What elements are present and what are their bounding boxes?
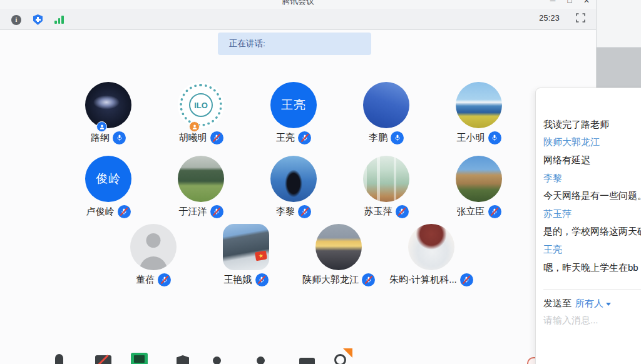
mic-muted-icon — [362, 273, 375, 286]
participant-tile[interactable]: 苏玉萍 — [340, 156, 433, 218]
send-to-label: 发送至 — [543, 298, 572, 310]
participant-tile[interactable]: 董蓓 — [107, 224, 200, 286]
participant-name: 李鹏 — [369, 132, 387, 144]
mute-button[interactable] — [55, 354, 63, 364]
participant-avatar — [363, 82, 409, 128]
chat-input[interactable]: 请输入消息... — [543, 315, 641, 326]
participant-row-3: 董蓓★王艳娥陕师大郭龙江朱昀-计算机科... — [107, 224, 478, 286]
chat-sender-name: 李黎 — [543, 169, 641, 188]
host-person-badge-icon — [189, 121, 200, 132]
participant-tile[interactable]: 王亮王亮 — [247, 82, 340, 144]
mic-muted-icon — [210, 131, 223, 144]
meeting-timer: 25:23 — [539, 14, 560, 23]
participant-tile[interactable]: ★王艳娥 — [200, 224, 292, 286]
mic-muted-icon — [488, 205, 501, 218]
mic-muted-icon — [255, 273, 269, 286]
camera-off-button[interactable] — [95, 355, 111, 364]
chat-message-text: 嗯，昨天晚上学生在bb — [543, 259, 641, 277]
mic-muted-icon — [460, 273, 473, 286]
chat-sender-name: 陕师大郭龙江 — [543, 134, 641, 152]
chat-button[interactable] — [299, 358, 315, 364]
participant-avatar — [456, 82, 502, 128]
participant-avatar — [270, 156, 317, 202]
fullscreen-icon[interactable] — [576, 13, 585, 23]
meeting-screen: 腾讯会议 ─ □ ✕ i 25:23 正在讲话: 路纲ILO胡曦明王亮王亮李鹏王… — [0, 0, 641, 364]
participant-tile[interactable]: 陕师大郭龙江 — [292, 224, 385, 286]
chat-messages[interactable]: 我读完了路老师陕师大郭龙江网络有延迟李黎今天网络是有一些问题。苏玉萍是的，学校网… — [543, 88, 641, 276]
participant-avatar: 王亮 — [270, 82, 317, 128]
participant-tile[interactable]: 王小明 — [433, 82, 525, 144]
participant-avatar — [85, 82, 131, 128]
send-to-value: 所有人 — [575, 298, 603, 310]
background-window — [597, 0, 641, 48]
host-person-badge-icon — [96, 121, 107, 132]
mic-muted-icon — [298, 205, 311, 218]
participant-tile[interactable]: 于汪洋 — [155, 156, 247, 218]
participant-name: 董蓓 — [136, 274, 155, 286]
participant-tile[interactable]: 张立臣 — [433, 156, 525, 218]
maximize-icon[interactable]: □ — [565, 0, 574, 5]
shield-plus-icon[interactable] — [33, 14, 43, 25]
participant-row-1: 路纲ILO胡曦明王亮王亮李鹏王小明 — [62, 82, 525, 144]
members-button[interactable] — [257, 356, 265, 364]
share-screen-button[interactable] — [131, 353, 148, 364]
participant-name: 卢俊岭 — [86, 206, 115, 218]
participant-avatar — [408, 224, 454, 270]
speaking-banner: 正在讲话: — [218, 33, 371, 55]
participant-row-2: 俊岭卢俊岭于汪洋李黎苏玉萍张立臣 — [62, 156, 525, 218]
participant-name: 朱昀-计算机科... — [389, 274, 457, 286]
participant-name: 路纲 — [91, 132, 110, 144]
mic-muted-icon — [298, 131, 311, 144]
participant-avatar — [223, 224, 269, 270]
speaking-label: 正在讲话: — [229, 38, 265, 49]
participant-tile[interactable]: 朱昀-计算机科... — [385, 224, 478, 286]
security-button[interactable] — [177, 355, 189, 364]
participant-avatar — [178, 156, 224, 202]
meeting-main-window: 腾讯会议 ─ □ ✕ i 25:23 正在讲话: 路纲ILO胡曦明王亮王亮李鹏王… — [0, 0, 597, 364]
network-signal-icon[interactable] — [54, 16, 64, 24]
mic-on-icon — [113, 131, 126, 144]
chat-message-text: 是的，学校网络这两天确 — [543, 223, 641, 241]
chat-message-text: 我读完了路老师 — [543, 116, 641, 134]
chat-message-text: 今天网络是有一些问题。 — [543, 187, 641, 205]
meeting-statusbar: i 25:23 — [0, 9, 596, 30]
participant-avatar — [456, 156, 502, 202]
mic-on-icon — [391, 131, 404, 144]
mic-on-icon — [488, 131, 501, 144]
close-icon[interactable]: ✕ — [582, 0, 591, 5]
minimize-icon[interactable]: ─ — [548, 0, 557, 5]
participant-tile[interactable]: ILO胡曦明 — [155, 82, 247, 144]
participant-tile[interactable]: 路纲 — [62, 82, 155, 144]
mic-muted-icon — [118, 205, 131, 218]
mic-muted-icon — [396, 205, 409, 218]
participant-avatar — [130, 224, 177, 270]
chat-sender-name: 苏玉萍 — [543, 205, 641, 223]
participant-name: 张立臣 — [457, 206, 485, 218]
participant-name: 王小明 — [457, 132, 485, 144]
record-button[interactable] — [334, 354, 346, 364]
participant-tile[interactable]: 俊岭卢俊岭 — [62, 156, 155, 218]
send-to-dropdown[interactable]: 所有人 — [575, 298, 611, 310]
participant-avatar: 俊岭 — [85, 156, 131, 202]
chat-panel: 我读完了路老师陕师大郭龙江网络有延迟李黎今天网络是有一些问题。苏玉萍是的，学校网… — [535, 88, 641, 364]
participants-button[interactable] — [213, 356, 221, 364]
chat-sender-name: 王亮 — [543, 241, 641, 259]
participant-tile[interactable]: 李鹏 — [340, 82, 433, 144]
window-titlebar: 腾讯会议 ─ □ ✕ — [0, 0, 596, 9]
mic-muted-icon — [210, 205, 223, 218]
participant-avatar — [315, 224, 362, 270]
chat-divider — [543, 289, 641, 290]
participant-avatar — [363, 156, 409, 202]
participant-name: 陕师大郭龙江 — [302, 274, 359, 286]
window-title: 腾讯会议 — [282, 0, 314, 7]
mic-muted-icon — [158, 273, 171, 286]
info-icon[interactable]: i — [11, 15, 21, 25]
chevron-down-icon — [606, 303, 611, 306]
participant-name: 王亮 — [276, 132, 295, 144]
participant-name: 李黎 — [276, 206, 295, 218]
participant-tile[interactable]: 李黎 — [247, 156, 340, 218]
chat-message-text: 网络有延迟 — [543, 151, 641, 169]
participant-name: 于汪洋 — [179, 206, 207, 218]
participant-avatar: ILO — [178, 82, 224, 128]
participant-name: 苏玉萍 — [364, 206, 392, 218]
